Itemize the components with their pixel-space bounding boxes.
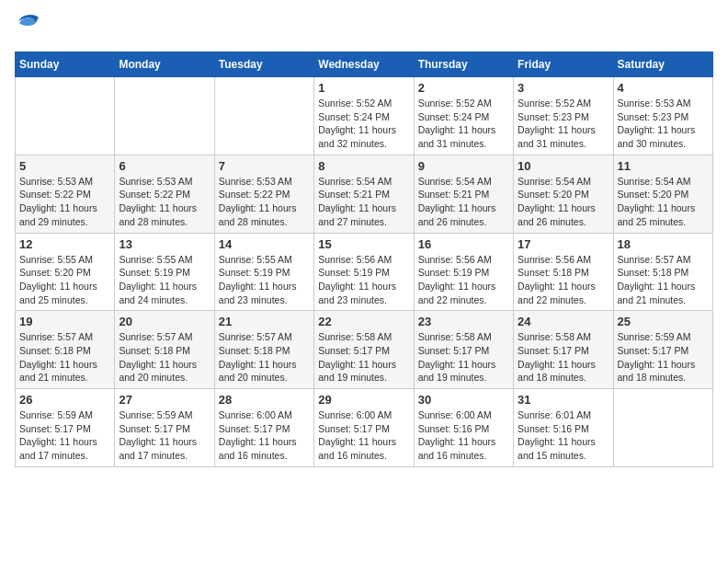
calendar-week-5: 26Sunrise: 5:59 AM Sunset: 5:17 PM Dayli… xyxy=(16,389,713,467)
calendar-cell: 31Sunrise: 6:01 AM Sunset: 5:16 PM Dayli… xyxy=(514,389,613,467)
day-info: Sunrise: 5:52 AM Sunset: 5:24 PM Dayligh… xyxy=(318,97,409,151)
day-info: Sunrise: 5:56 AM Sunset: 5:19 PM Dayligh… xyxy=(318,253,409,307)
calendar-cell: 14Sunrise: 5:55 AM Sunset: 5:19 PM Dayli… xyxy=(214,233,313,311)
day-number: 24 xyxy=(518,315,609,328)
day-info: Sunrise: 5:57 AM Sunset: 5:18 PM Dayligh… xyxy=(219,330,310,385)
weekday-header-wednesday: Wednesday xyxy=(314,52,414,77)
calendar-week-4: 19Sunrise: 5:57 AM Sunset: 5:18 PM Dayli… xyxy=(16,311,713,389)
weekday-header-sunday: Sunday xyxy=(16,52,115,77)
day-info: Sunrise: 5:57 AM Sunset: 5:18 PM Dayligh… xyxy=(19,330,110,385)
weekday-header-monday: Monday xyxy=(115,52,214,77)
calendar-cell: 19Sunrise: 5:57 AM Sunset: 5:18 PM Dayli… xyxy=(16,311,115,389)
day-info: Sunrise: 5:54 AM Sunset: 5:21 PM Dayligh… xyxy=(318,175,409,229)
calendar-cell: 18Sunrise: 5:57 AM Sunset: 5:18 PM Dayli… xyxy=(613,233,712,311)
calendar-cell: 28Sunrise: 6:00 AM Sunset: 5:17 PM Dayli… xyxy=(214,389,313,467)
logo xyxy=(15,15,39,40)
day-number: 7 xyxy=(219,159,310,173)
day-info: Sunrise: 5:58 AM Sunset: 5:17 PM Dayligh… xyxy=(418,330,509,385)
calendar-cell: 17Sunrise: 5:56 AM Sunset: 5:18 PM Dayli… xyxy=(514,233,613,311)
calendar-cell: 22Sunrise: 5:58 AM Sunset: 5:17 PM Dayli… xyxy=(314,311,414,389)
calendar-cell: 16Sunrise: 5:56 AM Sunset: 5:19 PM Dayli… xyxy=(414,233,513,311)
calendar-cell: 26Sunrise: 5:59 AM Sunset: 5:17 PM Dayli… xyxy=(16,389,115,467)
day-info: Sunrise: 5:53 AM Sunset: 5:22 PM Dayligh… xyxy=(119,175,210,229)
day-info: Sunrise: 5:52 AM Sunset: 5:24 PM Dayligh… xyxy=(418,97,509,151)
day-number: 25 xyxy=(618,315,709,328)
day-number: 22 xyxy=(318,315,409,328)
day-info: Sunrise: 5:54 AM Sunset: 5:21 PM Dayligh… xyxy=(418,175,509,229)
calendar-cell: 1Sunrise: 5:52 AM Sunset: 5:24 PM Daylig… xyxy=(314,77,414,155)
day-info: Sunrise: 5:54 AM Sunset: 5:20 PM Dayligh… xyxy=(518,175,609,229)
calendar-cell xyxy=(214,77,313,155)
calendar-cell: 29Sunrise: 6:00 AM Sunset: 5:17 PM Dayli… xyxy=(314,389,414,467)
calendar-cell: 25Sunrise: 5:59 AM Sunset: 5:17 PM Dayli… xyxy=(613,311,712,389)
day-number: 19 xyxy=(19,315,110,328)
calendar-cell xyxy=(16,77,115,155)
day-info: Sunrise: 5:53 AM Sunset: 5:22 PM Dayligh… xyxy=(219,175,310,229)
calendar-cell: 5Sunrise: 5:53 AM Sunset: 5:22 PM Daylig… xyxy=(16,155,115,233)
day-info: Sunrise: 5:56 AM Sunset: 5:19 PM Dayligh… xyxy=(418,253,509,307)
day-number: 28 xyxy=(219,393,310,407)
weekday-header-friday: Friday xyxy=(514,52,613,77)
day-number: 26 xyxy=(19,393,110,407)
calendar-cell: 2Sunrise: 5:52 AM Sunset: 5:24 PM Daylig… xyxy=(414,77,513,155)
day-number: 12 xyxy=(19,237,110,251)
day-number: 3 xyxy=(518,81,609,95)
calendar-cell: 15Sunrise: 5:56 AM Sunset: 5:19 PM Dayli… xyxy=(314,233,414,311)
day-number: 15 xyxy=(318,237,409,251)
day-number: 13 xyxy=(119,237,210,251)
day-info: Sunrise: 5:53 AM Sunset: 5:22 PM Dayligh… xyxy=(19,175,110,229)
day-number: 27 xyxy=(119,393,210,407)
calendar-cell: 10Sunrise: 5:54 AM Sunset: 5:20 PM Dayli… xyxy=(514,155,613,233)
day-number: 5 xyxy=(19,159,110,173)
day-info: Sunrise: 6:00 AM Sunset: 5:17 PM Dayligh… xyxy=(219,408,310,463)
day-info: Sunrise: 5:57 AM Sunset: 5:18 PM Dayligh… xyxy=(618,253,709,307)
weekday-header-thursday: Thursday xyxy=(414,52,513,77)
calendar-cell: 21Sunrise: 5:57 AM Sunset: 5:18 PM Dayli… xyxy=(214,311,313,389)
day-number: 1 xyxy=(318,81,409,95)
page-header xyxy=(15,15,713,40)
day-info: Sunrise: 5:56 AM Sunset: 5:18 PM Dayligh… xyxy=(518,253,609,307)
calendar-week-2: 5Sunrise: 5:53 AM Sunset: 5:22 PM Daylig… xyxy=(16,155,713,233)
calendar-cell: 7Sunrise: 5:53 AM Sunset: 5:22 PM Daylig… xyxy=(214,155,313,233)
calendar-cell: 30Sunrise: 6:00 AM Sunset: 5:16 PM Dayli… xyxy=(414,389,513,467)
calendar-cell: 13Sunrise: 5:55 AM Sunset: 5:19 PM Dayli… xyxy=(115,233,214,311)
day-number: 21 xyxy=(219,315,310,328)
day-number: 9 xyxy=(418,159,509,173)
day-number: 10 xyxy=(518,159,609,173)
logo-icon xyxy=(17,15,39,37)
day-number: 6 xyxy=(119,159,210,173)
calendar-table: SundayMondayTuesdayWednesdayThursdayFrid… xyxy=(15,52,713,467)
day-info: Sunrise: 6:00 AM Sunset: 5:17 PM Dayligh… xyxy=(318,408,409,463)
day-info: Sunrise: 5:54 AM Sunset: 5:20 PM Dayligh… xyxy=(618,175,709,229)
day-number: 8 xyxy=(318,159,409,173)
day-number: 2 xyxy=(418,81,509,95)
day-number: 18 xyxy=(618,237,709,251)
weekday-header-saturday: Saturday xyxy=(613,52,712,77)
day-number: 29 xyxy=(318,393,409,407)
day-info: Sunrise: 5:55 AM Sunset: 5:19 PM Dayligh… xyxy=(119,253,210,307)
calendar-cell: 9Sunrise: 5:54 AM Sunset: 5:21 PM Daylig… xyxy=(414,155,513,233)
day-number: 11 xyxy=(618,159,709,173)
calendar-cell: 23Sunrise: 5:58 AM Sunset: 5:17 PM Dayli… xyxy=(414,311,513,389)
day-info: Sunrise: 5:55 AM Sunset: 5:20 PM Dayligh… xyxy=(19,253,110,307)
day-number: 4 xyxy=(618,81,709,95)
day-info: Sunrise: 5:52 AM Sunset: 5:23 PM Dayligh… xyxy=(518,97,609,151)
day-info: Sunrise: 6:00 AM Sunset: 5:16 PM Dayligh… xyxy=(418,408,509,463)
day-info: Sunrise: 5:55 AM Sunset: 5:19 PM Dayligh… xyxy=(219,253,310,307)
day-number: 20 xyxy=(119,315,210,328)
day-number: 16 xyxy=(418,237,509,251)
calendar-cell: 27Sunrise: 5:59 AM Sunset: 5:17 PM Dayli… xyxy=(115,389,214,467)
day-number: 17 xyxy=(518,237,609,251)
calendar-cell: 8Sunrise: 5:54 AM Sunset: 5:21 PM Daylig… xyxy=(314,155,414,233)
day-number: 14 xyxy=(219,237,310,251)
calendar-week-1: 1Sunrise: 5:52 AM Sunset: 5:24 PM Daylig… xyxy=(16,77,713,155)
day-info: Sunrise: 5:58 AM Sunset: 5:17 PM Dayligh… xyxy=(518,330,609,385)
day-info: Sunrise: 5:57 AM Sunset: 5:18 PM Dayligh… xyxy=(119,330,210,385)
day-number: 23 xyxy=(418,315,509,328)
calendar-cell: 20Sunrise: 5:57 AM Sunset: 5:18 PM Dayli… xyxy=(115,311,214,389)
calendar-cell: 6Sunrise: 5:53 AM Sunset: 5:22 PM Daylig… xyxy=(115,155,214,233)
calendar-cell xyxy=(613,389,712,467)
calendar-cell: 12Sunrise: 5:55 AM Sunset: 5:20 PM Dayli… xyxy=(16,233,115,311)
day-info: Sunrise: 5:53 AM Sunset: 5:23 PM Dayligh… xyxy=(618,97,709,151)
calendar-week-3: 12Sunrise: 5:55 AM Sunset: 5:20 PM Dayli… xyxy=(16,233,713,311)
